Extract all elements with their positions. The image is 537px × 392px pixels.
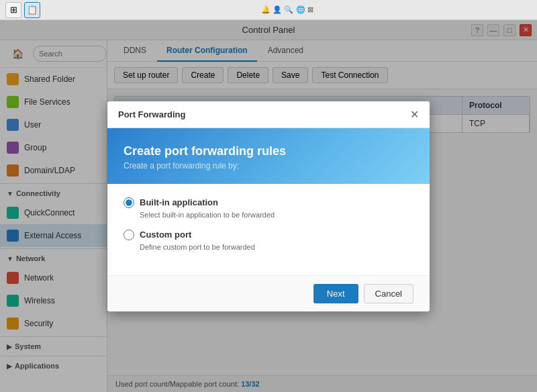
custom-port-desc: Define custom port to be forwarded <box>140 243 413 251</box>
next-button[interactable]: Next <box>313 284 358 303</box>
modal-banner-title: Create port forwarding rules <box>124 144 413 158</box>
modal-banner-subtitle: Create a port forwarding rule by: <box>124 161 413 170</box>
modal-banner: Create port forwarding rules Create a po… <box>107 128 430 184</box>
cancel-button[interactable]: Cancel <box>364 284 413 303</box>
port-forwarding-modal: Port Forwarding ✕ Create port forwarding… <box>107 101 430 311</box>
built-in-radio[interactable] <box>124 197 134 208</box>
modal-title-bar: Port Forwarding ✕ <box>107 101 430 128</box>
taskbar-app1[interactable]: ⊞ <box>5 2 21 18</box>
modal-close-button[interactable]: ✕ <box>410 108 419 121</box>
built-in-desc: Select built-in application to be forwar… <box>140 211 413 219</box>
modal-body: Built-in application Select built-in app… <box>107 184 430 275</box>
modal-title: Port Forwarding <box>118 109 185 119</box>
custom-port-option: Custom port Define custom port to be for… <box>124 230 413 251</box>
custom-port-radio[interactable] <box>124 230 134 240</box>
built-in-row: Built-in application <box>124 197 413 208</box>
custom-port-row: Custom port <box>124 230 413 240</box>
built-in-label[interactable]: Built-in application <box>140 197 218 207</box>
modal-footer: Next Cancel <box>107 275 430 311</box>
taskbar: ⊞ 📋 🔔 👤 🔍 🌐 ⊠ <box>0 0 537 20</box>
built-in-option: Built-in application Select built-in app… <box>124 197 413 219</box>
modal-overlay: Port Forwarding ✕ Create port forwarding… <box>0 20 537 392</box>
taskbar-app2[interactable]: 📋 <box>24 2 40 18</box>
custom-port-label[interactable]: Custom port <box>140 230 191 240</box>
taskbar-clock: 🔔 👤 🔍 🌐 ⊠ <box>261 5 313 14</box>
